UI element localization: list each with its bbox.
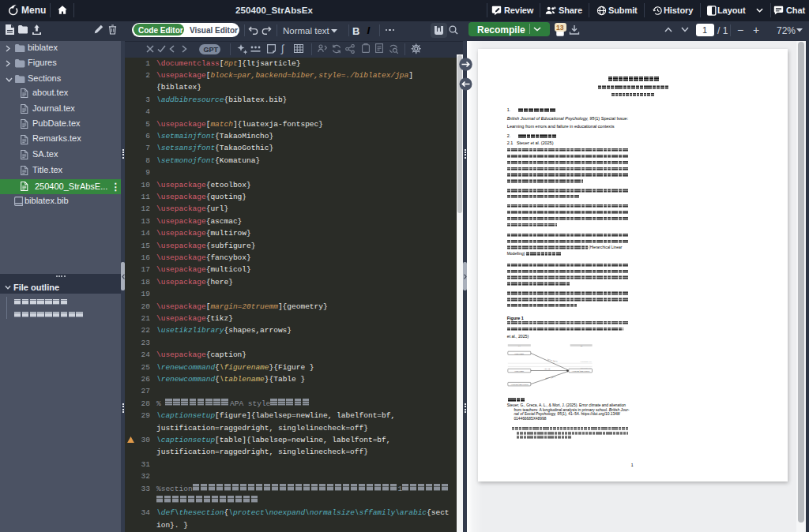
- svg-text:Classroom level: Classroom level: [580, 361, 592, 362]
- svg-text:Error climate: Error climate: [514, 353, 524, 354]
- svg-text:Alienation from teachers: Alienation from teachers: [510, 384, 529, 385]
- svg-text:.41***/.39***: .41***/.39***: [545, 376, 557, 380]
- svg-text:Alienation from teachers: Alienation from teachers: [571, 370, 589, 372]
- svg-text:Error climate: Error climate: [514, 370, 524, 372]
- svg-text:-.05/-.04: -.05/-.04: [544, 368, 551, 370]
